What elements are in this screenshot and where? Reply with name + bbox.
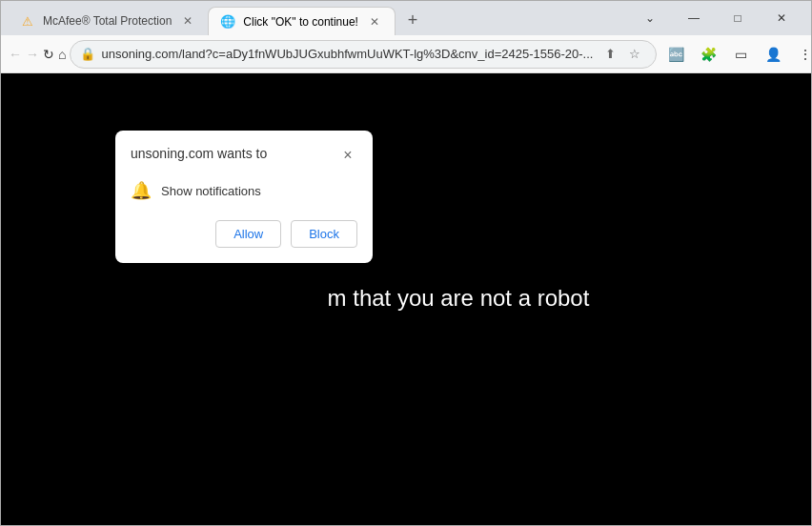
share-icon[interactable]: ⬆ [599, 43, 621, 66]
sidebar-button[interactable]: ▭ [725, 39, 756, 70]
tab-clickok-favicon: 🌐 [220, 14, 235, 30]
popup-title: unsoning.com wants to [131, 146, 267, 161]
bookmark-icon[interactable]: ☆ [623, 43, 646, 66]
titlebar: ⚠ McAfee® Total Protection ✕ 🌐 Click "OK… [1, 1, 811, 35]
tab-clickok[interactable]: 🌐 Click "OK" to continue! ✕ [208, 7, 396, 35]
notification-text: Show notifications [161, 184, 261, 198]
browser-window: ⚠ McAfee® Total Protection ✕ 🌐 Click "OK… [0, 0, 812, 526]
tab-mcafee-favicon: ⚠ [20, 13, 35, 29]
popup-buttons: Allow Block [131, 220, 357, 248]
new-tab-button[interactable]: + [399, 7, 426, 33]
translate-button[interactable]: 🔤 [660, 39, 691, 70]
lock-icon: 🔒 [80, 47, 95, 61]
toolbar: ← → ↻ ⌂ 🔒 unsoning.com/land?c=aDy1fnWUbJ… [1, 35, 811, 73]
window-controls: ⌄ — □ ✕ [628, 5, 803, 31]
profile-button[interactable]: 👤 [758, 39, 788, 70]
tab-mcafee-title: McAfee® Total Protection [43, 14, 172, 28]
popup-close-button[interactable]: × [338, 146, 357, 165]
popup-header: unsoning.com wants to × [131, 146, 357, 165]
tab-clickok-close[interactable]: ✕ [366, 13, 383, 30]
minimize-button[interactable]: — [672, 5, 716, 31]
block-button[interactable]: Block [291, 220, 357, 248]
popup-notification-row: 🔔 Show notifications [131, 176, 357, 205]
tab-mcafee-close[interactable]: ✕ [179, 12, 196, 30]
close-button[interactable]: ✕ [760, 5, 803, 31]
page-robot-text: m that you are not a robot [328, 285, 590, 312]
extensions-button[interactable]: 🧩 [693, 39, 723, 70]
page-content: m that you are not a robot unsoning.com … [1, 73, 811, 525]
tab-clickok-title: Click "OK" to continue! [243, 15, 358, 29]
menu-button[interactable]: ⋮ [790, 39, 812, 70]
reload-button[interactable]: ↻ [43, 39, 54, 70]
address-actions: ⬆ ☆ [599, 43, 646, 66]
address-text: unsoning.com/land?c=aDy1fnWUbJUGxubhfwmU… [101, 47, 593, 61]
forward-button[interactable]: → [26, 39, 39, 70]
tab-dropdown-button[interactable]: ⌄ [628, 5, 672, 31]
toolbar-right: 🔤 🧩 ▭ 👤 ⋮ [660, 39, 812, 70]
notification-popup: unsoning.com wants to × 🔔 Show notificat… [115, 131, 373, 263]
maximize-button[interactable]: □ [716, 5, 760, 31]
allow-button[interactable]: Allow [215, 220, 281, 248]
tab-mcafee[interactable]: ⚠ McAfee® Total Protection ✕ [9, 7, 208, 35]
back-button[interactable]: ← [9, 39, 22, 70]
bell-icon: 🔔 [131, 180, 152, 201]
address-bar[interactable]: 🔒 unsoning.com/land?c=aDy1fnWUbJUGxubhfw… [70, 40, 657, 69]
home-button[interactable]: ⌂ [58, 39, 66, 70]
